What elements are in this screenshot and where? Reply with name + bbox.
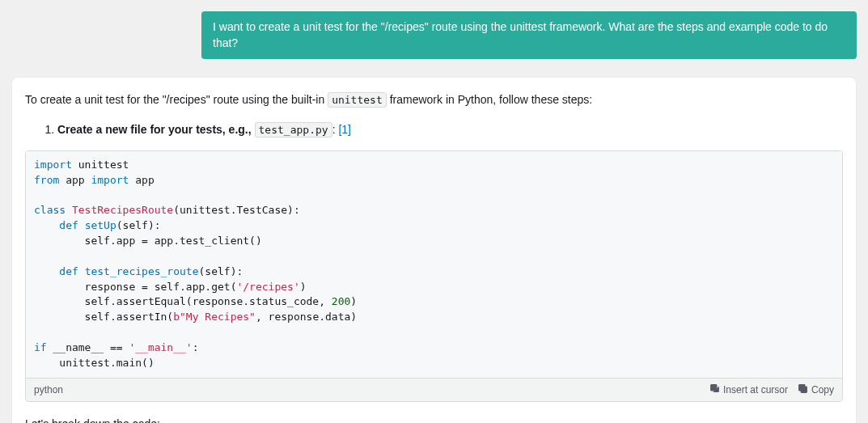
code-line: unittest.main()	[34, 357, 155, 369]
breakdown-intro: Let's break down the code:	[25, 415, 843, 423]
code-footer: python Insert at cursor Copy	[26, 378, 842, 401]
steps-list: Create a new file for your tests, e.g., …	[25, 121, 843, 139]
code-text: (self):	[199, 265, 243, 277]
str-recipes: '/recipes'	[236, 281, 299, 293]
fn-test: test_recipes_route	[85, 265, 199, 277]
step1-filename-code: test_app.py	[255, 122, 332, 137]
code-text: self.assertEqual(response.status_code,	[34, 295, 332, 307]
code-lang-label: python	[34, 384, 63, 396]
copy-button[interactable]: Copy	[798, 383, 834, 396]
code-text: )	[350, 295, 357, 307]
user-message: I want to create a unit test for the "/r…	[201, 11, 857, 59]
code-text: )	[300, 281, 307, 293]
chat-container: I want to create a unit test for the "/r…	[0, 0, 868, 423]
code-indent	[34, 219, 59, 231]
svg-rect-2	[799, 384, 805, 390]
class-name: TestRecipesRoute	[72, 204, 173, 216]
kw-class: class	[34, 204, 66, 216]
code-text: :	[193, 341, 199, 353]
code-block-wrapper: import unittest from app import app clas…	[25, 150, 843, 402]
kw-from: from	[34, 174, 59, 186]
code-text: app	[129, 174, 154, 186]
step1-bold: Create a new file for your tests, e.g.,	[57, 123, 252, 136]
code-text: response = self.app.get(	[34, 281, 236, 293]
kw-import2: import	[91, 174, 129, 186]
code-block: import unittest from app import app clas…	[26, 151, 842, 378]
code-sp	[78, 219, 85, 231]
assistant-response-card: To create a unit test for the "/recipes"…	[11, 77, 857, 423]
kw-def: def	[59, 219, 78, 231]
code-indent	[34, 265, 59, 277]
code-text: , response.data)	[256, 311, 357, 323]
code-text: __name__ ==	[47, 341, 129, 353]
reference-link-1[interactable]: [1]	[338, 123, 351, 136]
code-text: (unittest.TestCase):	[173, 204, 300, 216]
code-text: app	[59, 174, 91, 186]
copy-icon	[798, 383, 808, 396]
str-myrecipes: b"My Recipes"	[173, 311, 256, 323]
insert-label: Insert at cursor	[723, 384, 788, 396]
code-text: self.assertIn(	[34, 311, 173, 323]
code-line: self.app = app.test_client()	[34, 235, 262, 247]
intro-text-after: framework in Python, follow these steps:	[387, 93, 592, 106]
code-actions: Insert at cursor Copy	[709, 383, 834, 396]
kw-import: import	[34, 159, 72, 171]
code-text: (self):	[116, 219, 161, 231]
response-intro: To create a unit test for the "/recipes"…	[25, 91, 843, 109]
code-sp	[78, 265, 85, 277]
str-main: '__main__'	[129, 341, 192, 353]
fn-setup: setUp	[85, 219, 116, 231]
copy-label: Copy	[811, 384, 834, 396]
kw-def2: def	[59, 265, 78, 277]
insert-at-cursor-button[interactable]: Insert at cursor	[709, 383, 788, 396]
code-sp	[66, 204, 72, 216]
insert-icon	[709, 383, 720, 396]
inline-code-unittest: unittest	[328, 92, 387, 108]
kw-if: if	[34, 341, 47, 353]
intro-text-before: To create a unit test for the "/recipes"…	[25, 93, 328, 106]
step1-colon: :	[332, 123, 336, 136]
step-1: Create a new file for your tests, e.g., …	[57, 121, 843, 139]
code-text: unittest	[72, 159, 129, 171]
user-message-row: I want to create a unit test for the "/r…	[0, 0, 868, 70]
num-200: 200	[332, 295, 350, 307]
